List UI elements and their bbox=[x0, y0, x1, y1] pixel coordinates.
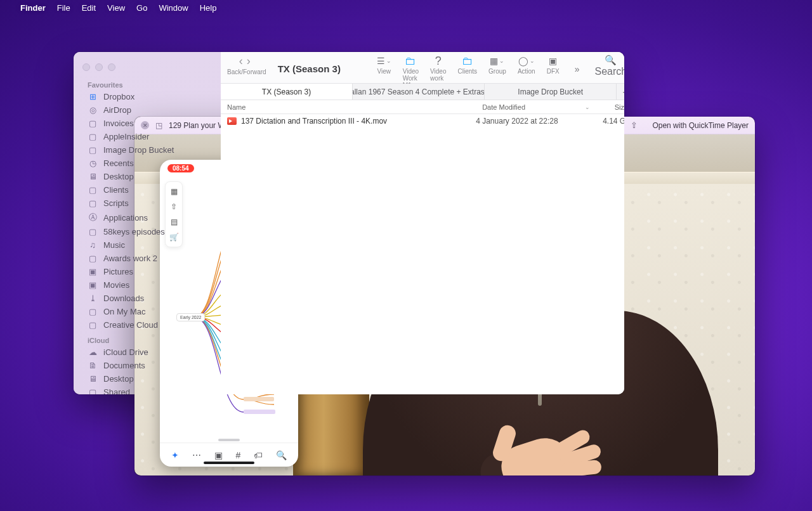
traffic-zoom-icon[interactable] bbox=[108, 63, 115, 71]
toolbar-action[interactable]: ◯⌄ Action bbox=[518, 55, 535, 75]
sidebar-item-appleinsider[interactable]: ▢AppleInsider bbox=[74, 130, 221, 143]
sidebar-item-58keys[interactable]: ▢58keys episodes bbox=[74, 225, 221, 238]
traffic-close-icon[interactable] bbox=[82, 63, 90, 71]
documents-icon: 🗎 bbox=[88, 361, 98, 370]
open-with-button[interactable]: Open with QuickTime Player bbox=[648, 121, 749, 130]
sidebar-item-on-my-mac[interactable]: ▢On My Mac bbox=[74, 305, 221, 318]
folder-icon: ▢ bbox=[88, 387, 98, 394]
dropbox-icon: ⊞ bbox=[88, 92, 98, 101]
folder-icon: 🗀 bbox=[462, 55, 473, 67]
toolbar-dfx[interactable]: ▣ DFX bbox=[547, 55, 560, 75]
traffic-minimize-icon[interactable] bbox=[95, 63, 103, 71]
share-icon[interactable]: ⇧ bbox=[625, 119, 642, 132]
icloud-icon: ☁ bbox=[88, 347, 98, 357]
pictures-icon: ▣ bbox=[88, 267, 98, 276]
menu-file[interactable]: File bbox=[57, 3, 70, 13]
movie-file-icon bbox=[227, 117, 237, 125]
folder-icon: ▢ bbox=[88, 145, 98, 155]
tab-add-button[interactable]: + bbox=[617, 84, 624, 100]
sidebar-item-label: iCloud Drive bbox=[103, 347, 148, 357]
toolbar-view[interactable]: ☰⌄ View bbox=[377, 55, 391, 75]
menu-view[interactable]: View bbox=[107, 3, 125, 13]
file-size: 4.14 G bbox=[596, 117, 624, 126]
tab-tx-season-3[interactable]: TX (Season 3) bbox=[221, 84, 353, 100]
movies-icon: ▣ bbox=[88, 280, 98, 290]
desktop-icon: 🖥 bbox=[88, 374, 98, 384]
column-headers: Name Date Modified⌄ Size bbox=[221, 100, 624, 114]
sidebar-item-label: Dropbox bbox=[103, 92, 134, 101]
downloads-icon: ⤓ bbox=[88, 294, 98, 303]
phone-grab-handle[interactable] bbox=[218, 439, 240, 441]
sidebar-item-label: Shared bbox=[103, 387, 130, 394]
sidebar-item-recents[interactable]: ◷Recents bbox=[74, 157, 221, 170]
menu-window[interactable]: Window bbox=[159, 3, 188, 13]
sidebar-item-invoices[interactable]: ▢Invoices bbox=[74, 117, 221, 130]
file-date: 4 January 2022 at 22:28 bbox=[476, 117, 596, 126]
sidebar-item-downloads[interactable]: ⤓Downloads bbox=[74, 292, 221, 305]
sidebar-item-label: Creative Cloud bbox=[103, 320, 158, 330]
sidebar-item-airdrop[interactable]: ◎AirDrop bbox=[74, 103, 221, 117]
folder-icon: ▢ bbox=[88, 198, 98, 208]
finder-main-pane: ‹› Back/Forward TX (Season 3) ☰⌄ View 🗀 … bbox=[221, 52, 624, 394]
home-indicator[interactable] bbox=[204, 462, 254, 464]
sidebar-item-label: Applications bbox=[103, 213, 148, 223]
file-name: 137 Dictation and Transcription III - 4K… bbox=[241, 117, 387, 126]
sidebar-item-icloud-drive[interactable]: ☁iCloud Drive bbox=[74, 346, 221, 359]
sidebar-item-documents[interactable]: 🗎Documents bbox=[74, 359, 221, 372]
menubar-app-name[interactable]: Finder bbox=[20, 3, 46, 13]
sidebar-item-desktop[interactable]: 🖥Desktop bbox=[74, 170, 221, 183]
back-button[interactable]: ‹ bbox=[239, 55, 247, 67]
menu-edit[interactable]: Edit bbox=[82, 3, 96, 13]
hash-icon[interactable]: # bbox=[235, 450, 240, 460]
toolbar-search[interactable]: 🔍 Search bbox=[594, 55, 624, 77]
toolbar-overflow-icon[interactable]: » bbox=[571, 64, 584, 74]
finder-window: Favourites ⊞Dropbox ◎AirDrop ▢Invoices ▢… bbox=[74, 52, 624, 394]
sidebar-item-label: Pictures bbox=[103, 267, 133, 276]
list-view-icon: ☰⌄ bbox=[377, 55, 391, 67]
folder-icon: ▢ bbox=[88, 307, 98, 316]
toolbar-loc-clients[interactable]: 🗀 Clients bbox=[458, 55, 478, 75]
sidebar-item-label: Awards work 2 bbox=[103, 254, 157, 263]
sidebar-item-desktop-icloud[interactable]: 🖥Desktop bbox=[74, 372, 221, 385]
toolbar-nav: ‹› Back/Forward bbox=[227, 55, 266, 75]
image-icon[interactable]: ▣ bbox=[214, 450, 223, 460]
toolbar-loc-video-work[interactable]: ? Video work bbox=[430, 55, 446, 82]
sidebar-item-clients[interactable]: ▢Clients bbox=[74, 183, 221, 197]
sidebar-item-music[interactable]: ♫Music bbox=[74, 238, 221, 252]
col-header-name[interactable]: Name bbox=[221, 103, 476, 111]
sidebar-item-applications[interactable]: ⒶApplications bbox=[74, 210, 221, 225]
menu-help[interactable]: Help bbox=[200, 3, 217, 13]
dfx-icon: ▣ bbox=[549, 55, 557, 67]
sidebar-item-shared[interactable]: ▢Shared bbox=[74, 385, 221, 394]
finder-toolbar: ‹› Back/Forward TX (Season 3) ☰⌄ View 🗀 … bbox=[221, 52, 624, 84]
sidebar-item-pictures[interactable]: ▣Pictures bbox=[74, 265, 221, 278]
folder-icon: ▢ bbox=[88, 119, 98, 128]
sidebar-item-awards-work[interactable]: ▢Awards work 2 bbox=[74, 252, 221, 265]
mindmap-mode-icon[interactable]: ✦ bbox=[171, 450, 179, 460]
tab-image-drop-bucket[interactable]: Image Drop Bucket bbox=[485, 84, 617, 100]
sidebar-item-label: Documents bbox=[103, 361, 145, 370]
sidebar-item-label: Scripts bbox=[103, 198, 129, 208]
sidebar-item-movies[interactable]: ▣Movies bbox=[74, 278, 221, 292]
forward-button[interactable]: › bbox=[247, 55, 254, 67]
sidebar-item-dropbox[interactable]: ⊞Dropbox bbox=[74, 90, 221, 103]
folder-icon: ▢ bbox=[88, 227, 98, 236]
file-list: 137 Dictation and Transcription III - 4K… bbox=[221, 114, 624, 394]
file-row[interactable]: 137 Dictation and Transcription III - 4K… bbox=[221, 114, 624, 128]
sidebar-item-image-drop-bucket[interactable]: ▢Image Drop Bucket bbox=[74, 143, 221, 157]
sidebar-item-label: Movies bbox=[103, 280, 129, 290]
menu-go[interactable]: Go bbox=[136, 3, 147, 13]
sidebar-item-label: Clients bbox=[103, 185, 129, 195]
sidebar-item-creative-cloud[interactable]: ▢Creative Cloud bbox=[74, 318, 221, 332]
toolbar-group[interactable]: ▦⌄ Group bbox=[488, 55, 506, 75]
sidebar-item-scripts[interactable]: ▢Scripts bbox=[74, 197, 221, 210]
sidebar-item-label: Desktop bbox=[103, 172, 134, 181]
search-icon[interactable]: 🔍 bbox=[276, 450, 287, 460]
sidebar-item-label: 58keys episodes bbox=[103, 227, 165, 236]
finder-tabbar: TX (Season 3) Callan 1967 Season 4 Compl… bbox=[221, 84, 624, 100]
more-icon[interactable]: ⋯ bbox=[192, 450, 201, 460]
col-header-date[interactable]: Date Modified⌄ bbox=[476, 103, 596, 111]
style-icon[interactable]: 🏷 bbox=[254, 450, 263, 460]
tab-callan-1967[interactable]: Callan 1967 Season 4 Complete + Extras… bbox=[353, 84, 485, 100]
col-header-size[interactable]: Size bbox=[596, 103, 624, 111]
